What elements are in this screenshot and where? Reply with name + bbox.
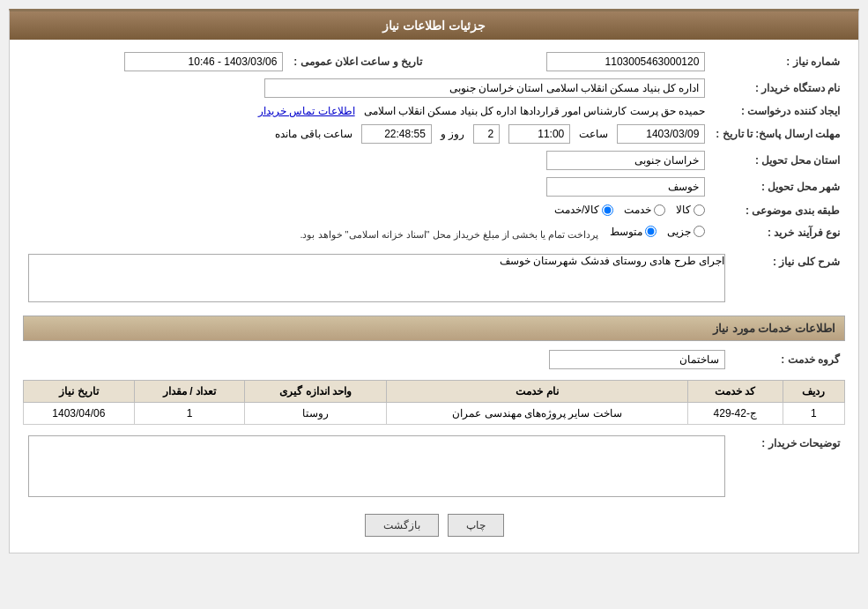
sharhKolli-textarea[interactable] (28, 254, 725, 302)
radio-jozei-label: جزیی (667, 226, 691, 238)
shomareNiaz-field: 1103005463000120 (546, 52, 705, 71)
saat-label: ساعت (579, 128, 608, 140)
btn-row: چاپ بازگشت (23, 514, 845, 537)
th-tedad: تعداد / مقدار (134, 381, 245, 403)
th-radif: ردیف (783, 381, 844, 403)
th-kodKhedmat: کد خدمت (687, 381, 783, 403)
khadamat-section-header: اطلاعات خدمات مورد نیاز (23, 316, 845, 341)
roz-label: روز و (441, 128, 464, 140)
radio-khedmat: خدمت (624, 204, 665, 216)
tosifat-textarea[interactable] (28, 435, 725, 497)
namDastgah-field: اداره کل بنیاد مسکن انقلاب اسلامی استان … (264, 78, 705, 98)
tarikhElan-value: 1403/03/06 - 10:46 (23, 48, 288, 75)
shahrTahvil-value: خوسف (23, 174, 710, 200)
card-header: جزئیات اطلاعات نیاز (10, 11, 858, 40)
radio-kala-khedmat: کالا/خدمت (554, 204, 613, 216)
eijadKonnande-text: حمیده حق پرست کارشناس امور قراردادها ادا… (364, 105, 706, 117)
namDastgah-label: نام دستگاه خریدار : (710, 75, 845, 101)
radio-motavasset: متوسط (610, 226, 657, 238)
radio-kala-khedmat-label: کالا/خدمت (554, 204, 599, 216)
page-wrapper: جزئیات اطلاعات نیاز شماره نیاز : 1103005… (0, 0, 868, 609)
groupeKhedmat-label: گروه خدمت : (731, 346, 845, 373)
saat-mande-value: 22:48:55 (361, 124, 432, 144)
radio-khedmat-label: خدمت (624, 204, 651, 216)
back-button[interactable]: بازگشت (365, 514, 439, 537)
shahrTahvil-label: شهر محل تحویل : (710, 174, 845, 200)
tabaqeh-radio-group: کالا خدمت کالا/خدمت (554, 204, 705, 216)
tarikhErsal-date: 1403/03/09 (617, 124, 705, 144)
card-body: شماره نیاز : 1103005463000120 تاریخ و سا… (10, 40, 858, 553)
radio-jozei-input[interactable] (694, 226, 705, 237)
tarikhElan-label: تاریخ و ساعت اعلان عمومی : (288, 48, 427, 75)
th-namKhedmat: نام خدمت (387, 381, 687, 403)
eijadKonnande-label: ایجاد کننده درخواست : (710, 101, 845, 121)
top-info-table: شماره نیاز : 1103005463000120 تاریخ و سا… (23, 48, 845, 243)
cell-radif: 1 (783, 403, 844, 425)
noFarayand-value: جزیی متوسط پرداخت تمام یا بخشی از مبلغ خ… (23, 222, 710, 244)
tarikhElan-field: 1403/03/06 - 10:46 (124, 52, 283, 71)
radio-khedmat-input[interactable] (654, 204, 665, 216)
radio-kala-input[interactable] (694, 204, 705, 216)
noFarayand-label: نوع فرآیند خرید : (710, 222, 845, 244)
tosifat-value (23, 432, 731, 503)
tabaqeh-radios: کالا خدمت کالا/خدمت (23, 200, 710, 222)
cell-tedad_megdar: 1 (134, 403, 245, 425)
th-tarikh: تاریخ نیاز (24, 381, 135, 403)
cell-kodKhedmat: ج-42-429 (687, 403, 783, 425)
namDastgah-value: اداره کل بنیاد مسکن انقلاب اسلامی استان … (23, 75, 710, 101)
eijadKonnande-link[interactable]: اطلاعات تماس خریدار (258, 105, 355, 117)
tosifat-table: توضیحات خریدار : (23, 432, 845, 503)
radio-motavasset-label: متوسط (610, 226, 642, 238)
tosifat-label: توضیحات خریدار : (731, 432, 845, 503)
saat-mande-label: ساعت باقی مانده (275, 128, 352, 140)
radio-motavasset-input[interactable] (645, 226, 657, 237)
radio-kala: کالا (676, 204, 705, 216)
tarikhErsal-value: 1403/03/09 ساعت 11:00 2 روز و 22:48:55 س… (23, 121, 710, 147)
roz-value: 2 (473, 124, 500, 144)
groupeKhedmat-field: ساختمان (549, 350, 725, 369)
cell-tarikhNiaz: 1403/04/06 (24, 403, 135, 425)
groupeKhedmat-table: گروه خدمت : ساختمان (23, 346, 845, 373)
th-vahed: واحد اندازه گیری (245, 381, 387, 403)
noFarayand-radio-group: جزیی متوسط (610, 226, 705, 238)
radio-kala-label: کالا (676, 204, 691, 216)
page-title: جزئیات اطلاعات نیاز (382, 19, 486, 33)
services-table: ردیف کد خدمت نام خدمت واحد اندازه گیری ت… (23, 380, 845, 425)
cell-namKhedmat: ساخت سایر پروژه‌های مهندسی عمران (387, 403, 687, 425)
shahrTahvil-field: خوسف (546, 177, 705, 197)
noFarayand-note: پرداخت تمام یا بخشی از مبلغ خریداز محل "… (300, 228, 598, 239)
ostanTahvil-label: استان محل تحویل : (710, 147, 845, 174)
sharh-table: شرح کلی نیاز : // Set textarea value aft… (23, 250, 845, 308)
main-card: جزئیات اطلاعات نیاز شماره نیاز : 1103005… (9, 9, 859, 553)
shomareNiaz-label: شماره نیاز : (710, 48, 845, 75)
radio-kala-khedmat-input[interactable] (602, 204, 613, 216)
eijadKonnande-value: حمیده حق پرست کارشناس امور قراردادها ادا… (23, 101, 710, 121)
tabaqeh-label: طبقه بندی موضوعی : (710, 200, 845, 222)
cell-vahedAndazegiri: روستا (245, 403, 387, 425)
tarikhErsal-label: مهلت ارسال پاسخ: تا تاریخ : (710, 121, 845, 147)
ostanTahvil-value: خراسان جنوبی (23, 147, 710, 174)
ostanTahvil-field: خراسان جنوبی (546, 151, 705, 170)
saat-value: 11:00 (508, 124, 570, 144)
groupeKhedmat-value: ساختمان (23, 346, 731, 373)
sharhKolli-value: // Set textarea value after DOM loads do… (23, 250, 731, 308)
shomareNiaz-value: 1103005463000120 (445, 48, 710, 75)
radio-jozei: جزیی (667, 226, 705, 238)
print-button[interactable]: چاپ (448, 514, 504, 537)
sharhKolli-label: شرح کلی نیاز : (731, 250, 845, 308)
table-row: 1ج-42-429ساخت سایر پروژه‌های مهندسی عمرا… (24, 403, 845, 425)
